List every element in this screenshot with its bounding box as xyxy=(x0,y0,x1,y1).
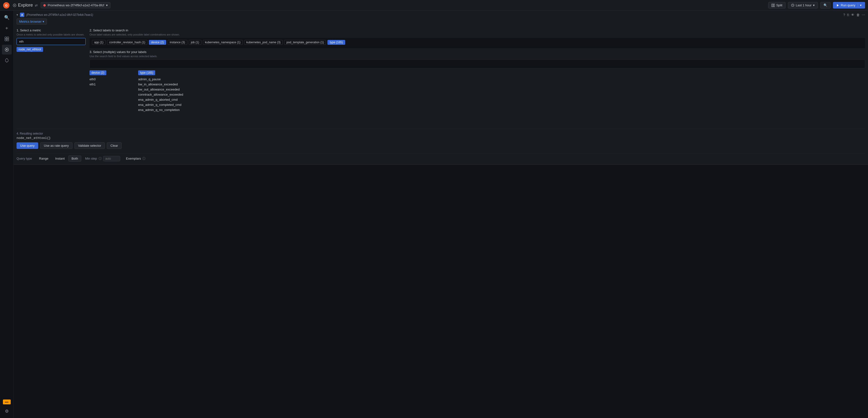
query-type-option-both[interactable]: Both xyxy=(68,155,81,161)
min-step-input[interactable] xyxy=(103,156,120,161)
column-value[interactable]: ena_admin_q_completed_cmd xyxy=(138,102,183,107)
sidebar-item-aws[interactable]: aws xyxy=(3,399,11,405)
metrics-browser-chevron: ▾ xyxy=(42,20,44,23)
label-tag[interactable]: kubernetes_pod_name (3) xyxy=(244,40,283,45)
use-query-button[interactable]: Use query xyxy=(17,142,38,149)
section-3-title: 3. Select (multiple) values for your lab… xyxy=(90,50,865,54)
section-2-3: 2. Select labels to search in Once label… xyxy=(90,28,865,126)
svg-rect-9 xyxy=(5,37,6,39)
split-button[interactable]: Split xyxy=(768,2,785,8)
column-value[interactable]: bw_in_allowance_exceeded xyxy=(138,82,183,87)
column-header[interactable]: type (165) xyxy=(138,70,155,75)
nav-right-controls: Split Last 1 hour ▾ 🔍 Run query ▾ xyxy=(768,2,865,8)
clear-button[interactable]: Clear xyxy=(107,142,122,149)
sidebar-item-search[interactable]: 🔍 xyxy=(2,13,12,22)
section-3: 3. Select (multiple) values for your lab… xyxy=(90,50,865,112)
svg-rect-12 xyxy=(7,39,9,41)
explore-title: Explore xyxy=(13,3,33,8)
query-type-label: Query type xyxy=(17,157,32,160)
section-2-title: 2. Select labels to search in xyxy=(90,28,865,32)
section-1: 1. Select a metric Once a metric is sele… xyxy=(17,28,90,126)
column-value[interactable]: eth1 xyxy=(90,82,133,87)
zoom-out-button[interactable]: 🔍 xyxy=(820,2,831,8)
panel-actions: ? ⎘ 👁 🗑 ⋯ xyxy=(843,13,865,17)
datasource-selector[interactable]: Prometheus ws-2f74f9cf-a1e2-470a-8fcf ▾ xyxy=(41,2,111,8)
column-value[interactable]: ena_admin_q_aborted_cmd xyxy=(138,97,183,102)
values-column: type (165)admin_q_pausebw_in_allowance_e… xyxy=(138,70,183,112)
sidebar-item-settings[interactable]: ⚙ xyxy=(2,406,12,416)
query-type-option-instant[interactable]: Instant xyxy=(52,155,68,161)
section-2-hint: Once label values are selected, only pos… xyxy=(90,33,865,36)
exemplars-label: Exemplars xyxy=(126,157,141,160)
section-2: 2. Select labels to search in Once label… xyxy=(90,28,865,48)
action-buttons: Use query Use as rate query Validate sel… xyxy=(17,142,865,149)
scroll-area[interactable]: ▾ A (Prometheus ws-2f74f9cf-a1e2-8fcf-02… xyxy=(13,11,868,418)
sidebar-item-alerting[interactable] xyxy=(2,56,12,65)
metric-result-item[interactable]: node_net_ethtool xyxy=(17,47,43,52)
section-4-title: 4. Resulting selector xyxy=(17,132,865,135)
grafana-logo[interactable]: G xyxy=(3,2,10,9)
collapse-button[interactable]: ▾ xyxy=(17,13,18,17)
section-4: 4. Resulting selector node_net_ethtool{}… xyxy=(17,129,865,149)
time-range-button[interactable]: Last 1 hour ▾ xyxy=(788,2,818,8)
main-content: ▾ A (Prometheus ws-2f74f9cf-a1e2-8fcf-02… xyxy=(13,11,868,418)
min-step-info-icon[interactable]: ⓘ xyxy=(98,156,102,161)
svg-rect-11 xyxy=(5,39,6,41)
svg-point-14 xyxy=(6,49,7,50)
more-icon[interactable]: ⋯ xyxy=(862,13,865,17)
run-query-dropdown-icon[interactable]: ▾ xyxy=(858,3,862,7)
share-icon[interactable]: ⇄ xyxy=(35,3,38,7)
sidebar-item-add[interactable]: + xyxy=(2,23,12,33)
section-1-title: 1. Select a metric xyxy=(17,28,86,32)
column-header[interactable]: device (2) xyxy=(90,70,106,75)
copy-icon[interactable]: ⎘ xyxy=(847,13,849,17)
resulting-selector-value: node_net_ethtool{} xyxy=(17,136,865,140)
values-search-area[interactable] xyxy=(90,60,865,68)
section-3-hint: Use the search field to find values acro… xyxy=(90,55,865,58)
sidebar-item-dashboards[interactable] xyxy=(2,34,12,44)
label-tag[interactable]: pod_template_generation (1) xyxy=(284,40,326,45)
column-value[interactable]: eth0 xyxy=(90,77,133,82)
app-layout: 🔍 + aws ⚙ xyxy=(0,11,868,418)
metric-search-input[interactable] xyxy=(17,38,86,45)
delete-icon[interactable]: 🗑 xyxy=(856,13,860,17)
hide-icon[interactable]: 👁 xyxy=(851,13,855,17)
metrics-browser-tab[interactable]: Metrics browser ▾ xyxy=(17,19,47,25)
query-type-options: RangeInstantBoth xyxy=(36,155,81,161)
validate-selector-button[interactable]: Validate selector xyxy=(74,142,105,149)
column-value[interactable]: ena_admin_q_no_completion xyxy=(138,107,183,112)
column-value[interactable]: bw_out_allowance_exceeded xyxy=(138,87,183,92)
label-tag[interactable]: kubernetes_namespace (1) xyxy=(203,40,243,45)
query-type-option-range[interactable]: Range xyxy=(36,155,52,161)
svg-rect-5 xyxy=(773,4,775,7)
label-tag[interactable]: controller_revision_hash (1) xyxy=(107,40,148,45)
column-value[interactable]: admin_q_pause xyxy=(138,77,183,82)
label-tag[interactable]: app (1) xyxy=(92,40,105,45)
top-nav: G Explore ⇄ Prometheus ws-2f74f9cf-a1e2-… xyxy=(0,0,868,11)
datasource-dropdown-icon: ▾ xyxy=(106,3,108,7)
query-letter-badge: A xyxy=(20,13,24,17)
values-columns: device (2)eth0eth1type (165)admin_q_paus… xyxy=(90,70,865,112)
exemplars-info-icon[interactable]: ⓘ xyxy=(142,156,146,161)
use-rate-query-button[interactable]: Use as rate query xyxy=(40,142,72,149)
label-tag[interactable]: job (1) xyxy=(189,40,202,45)
query-type-bar: Query type RangeInstantBoth Min step ⓘ E… xyxy=(17,153,865,162)
svg-text:G: G xyxy=(5,4,7,7)
svg-rect-4 xyxy=(772,4,773,7)
min-step-group: Min step ⓘ xyxy=(85,156,120,161)
labels-area: app (1)controller_revision_hash (1)devic… xyxy=(90,38,865,48)
label-tag[interactable]: instance (3) xyxy=(167,40,187,45)
time-range-dropdown-icon: ▾ xyxy=(813,3,815,7)
mb-sections: 1. Select a metric Once a metric is sele… xyxy=(17,28,865,126)
label-tags: app (1)controller_revision_hash (1)devic… xyxy=(92,40,863,45)
datasource-status-dot xyxy=(43,4,46,6)
run-query-button[interactable]: Run query ▾ xyxy=(833,2,865,8)
svg-point-3 xyxy=(14,5,15,6)
sidebar-item-explore[interactable] xyxy=(2,45,12,55)
column-value[interactable]: conntrack_allowance_exceeded xyxy=(138,92,183,97)
query-panel: ▾ A (Prometheus ws-2f74f9cf-a1e2-8fcf-02… xyxy=(13,11,868,165)
metrics-browser-content: 1. Select a metric Once a metric is sele… xyxy=(17,27,865,153)
label-tag[interactable]: device (2) xyxy=(149,40,166,45)
help-icon[interactable]: ? xyxy=(843,13,845,17)
label-tag[interactable]: type (165) xyxy=(328,40,345,45)
